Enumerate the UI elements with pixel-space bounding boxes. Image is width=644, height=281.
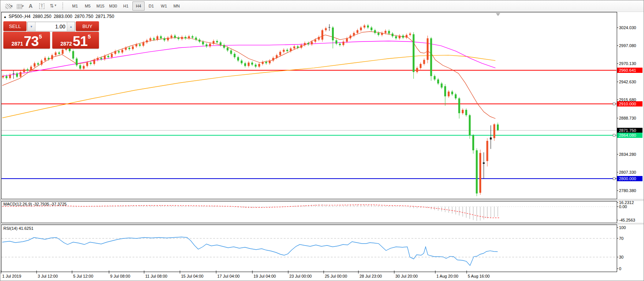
price-tick-label: 2888.730 xyxy=(619,116,636,120)
timeframe-h1[interactable]: H1 xyxy=(120,1,132,10)
svg-text:30: 30 xyxy=(619,255,623,259)
toolbar: EFAT⇅▾ M1M5M15M30H1H4D1W1MN xyxy=(0,0,644,12)
time-tick-label: 11 Jul 08:00 xyxy=(145,274,167,278)
svg-text:0: 0 xyxy=(619,266,621,271)
timeframe-w1[interactable]: W1 xyxy=(158,1,170,10)
ask-points: 51 xyxy=(73,35,87,47)
hatch-glyph xyxy=(5,4,11,9)
quote-open: 2880.250 xyxy=(33,14,52,19)
price-axis[interactable]: 3024.0302997.0802970.1302942.6302915.680… xyxy=(617,25,643,193)
timeframe-group: M1M5M15M30H1H4D1W1MN xyxy=(66,0,185,12)
grid-glyph xyxy=(17,4,22,9)
bid-big-figure: 2871 xyxy=(12,40,23,47)
trading-terminal-window: EFAT⇅▾ M1M5M15M30H1H4D1W1MN 3024.0302997… xyxy=(0,0,644,281)
timeframe-d1[interactable]: D1 xyxy=(145,1,157,10)
ask-big-figure: 2872 xyxy=(60,40,72,47)
bid-points: 73 xyxy=(24,35,38,47)
toolbar-drag-handle[interactable] xyxy=(62,3,65,9)
timeframe-m15[interactable]: M15 xyxy=(94,1,106,10)
volume-input[interactable] xyxy=(35,22,67,31)
svg-text:70: 70 xyxy=(619,236,623,241)
resistance-2910-handle[interactable] xyxy=(613,103,615,105)
price-tick-label: 2970.130 xyxy=(619,61,636,66)
quote-low: 2870.750 xyxy=(75,14,93,19)
time-tick-label: 25 Jul 00:00 xyxy=(325,274,347,278)
bid-pip-fraction: 5 xyxy=(39,30,42,43)
time-tick-label: 1 Aug 20:00 xyxy=(436,274,458,278)
volume-stepper: ▾ ▴ xyxy=(27,22,75,31)
volume-decrease-icon[interactable]: ▾ xyxy=(28,22,35,31)
symbol-period: SP500-,H4 xyxy=(9,14,31,19)
direction-up-icon: ▲ xyxy=(3,15,7,19)
svg-text:2960.641: 2960.641 xyxy=(619,68,636,72)
time-tick-label: 9 Jul 08:00 xyxy=(110,274,130,278)
time-tick-label: 15 Jul 04:00 xyxy=(181,274,203,278)
toolbar-icon-group: EFAT⇅▾ xyxy=(0,0,61,12)
price-tick-label: 2834.280 xyxy=(619,152,636,157)
sell-button[interactable]: SELL xyxy=(3,21,27,31)
timeframe-m1[interactable]: M1 xyxy=(69,1,81,10)
time-tick-label: 5 Aug 16:00 xyxy=(468,274,490,278)
timeframe-m5[interactable]: M5 xyxy=(82,1,94,10)
time-tick-label: 1 Jul 2019 xyxy=(2,274,21,278)
support-2864-handle[interactable] xyxy=(613,134,615,136)
buy-button[interactable]: BUY xyxy=(76,21,99,31)
svg-text:2871.750: 2871.750 xyxy=(619,128,636,133)
quote-line: ▲SP500-,H42880.2502883.0002870.7502871.7… xyxy=(3,14,116,19)
svg-text:0.00: 0.00 xyxy=(619,204,627,209)
text-box-icon[interactable]: T xyxy=(37,2,47,10)
price-tick-label: 2807.330 xyxy=(619,170,636,175)
object-sort-icon[interactable]: ⇅▾ xyxy=(48,2,58,10)
svg-text:100: 100 xyxy=(619,225,626,230)
time-tick-label: 23 Jul 00:00 xyxy=(289,274,312,278)
svg-text:-45.2563: -45.2563 xyxy=(619,218,635,222)
price-tick-label: 3024.030 xyxy=(619,25,636,30)
data-grid-icon[interactable]: F xyxy=(14,2,25,10)
text-label-icon[interactable]: A xyxy=(25,2,36,10)
svg-text:2910.000: 2910.000 xyxy=(619,102,636,106)
quote-close: 2871.750 xyxy=(96,14,114,19)
time-tick-label: 3 Jul 12:00 xyxy=(38,274,58,278)
price-tick-label: 2780.380 xyxy=(619,188,636,193)
support-2800-handle[interactable] xyxy=(613,177,615,180)
ask-price-block[interactable]: 2872515 xyxy=(52,32,99,49)
pane-frames xyxy=(0,12,644,272)
time-tick-label: 30 Jul 20:00 xyxy=(395,274,418,278)
one-click-trade-panel: SELL ▾ ▴ BUY 2871735 2872515 xyxy=(3,21,99,49)
ask-pip-fraction: 5 xyxy=(88,30,91,43)
time-tick-label: 28 Jul 23:00 xyxy=(360,274,382,278)
macd-label: MACD(12,26,9) -32.7935 -37.3725 xyxy=(3,202,66,206)
timeframe-h4[interactable]: H4 xyxy=(133,1,144,10)
quote-high: 2883.000 xyxy=(54,14,72,19)
price-tick-label: 2942.630 xyxy=(619,80,636,84)
timeframe-m30[interactable]: M30 xyxy=(107,1,119,10)
time-tick-label: 17 Jul 04:00 xyxy=(217,274,240,278)
price-tick-label: 2997.080 xyxy=(619,43,636,48)
time-tick-label: 19 Jul 04:00 xyxy=(253,274,276,278)
svg-text:2800.000: 2800.000 xyxy=(619,176,636,181)
indicator-hatch-icon[interactable]: E xyxy=(3,2,13,10)
svg-text:2864.080: 2864.080 xyxy=(619,133,636,138)
bid-price-block[interactable]: 2871735 xyxy=(3,32,50,49)
volume-increase-icon[interactable]: ▴ xyxy=(67,22,75,31)
timeframe-mn[interactable]: MN xyxy=(171,1,183,10)
rsi-label: RSI(14) 41.6251 xyxy=(3,226,34,231)
time-tick-label: 5 Jul 12:00 xyxy=(73,274,93,278)
